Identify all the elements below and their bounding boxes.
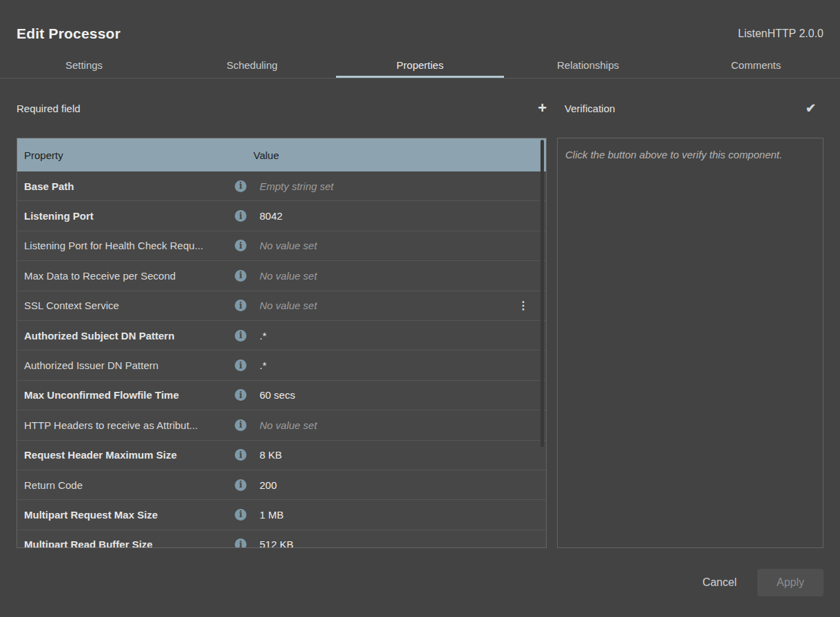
info-icon[interactable]: i (235, 449, 246, 461)
property-value[interactable]: 512 KB (260, 538, 546, 548)
apply-button[interactable]: Apply (757, 569, 823, 596)
tab-relationships[interactable]: Relationships (504, 52, 672, 78)
property-value[interactable]: No value set (260, 270, 546, 282)
plus-icon: + (538, 99, 547, 116)
properties-table-body: Base PathiEmpty string setListening Port… (17, 171, 546, 548)
property-value[interactable]: 1 MB (260, 509, 546, 521)
dialog-content: Required field + Property Value Base Pat… (0, 79, 840, 548)
required-field-label: Required field (17, 103, 81, 114)
edit-processor-dialog: Edit Processor ListenHTTP 2.0.0 Settings… (0, 0, 840, 617)
dialog-footer: Cancel Apply (0, 548, 840, 617)
check-icon: ✔ (806, 101, 816, 115)
tab-bar: SettingsSchedulingPropertiesRelationship… (0, 52, 840, 79)
table-row[interactable]: Max Unconfirmed Flowfile Timei60 secs (17, 381, 546, 410)
property-value[interactable]: No value set (260, 300, 517, 311)
table-row[interactable]: Request Header Maximum Sizei8 KB (17, 441, 546, 470)
dialog-header: Edit Processor ListenHTTP 2.0.0 (0, 0, 840, 52)
info-icon[interactable]: i (235, 359, 246, 371)
tab-scheduling[interactable]: Scheduling (168, 52, 336, 78)
table-row[interactable]: Return Codei200 (17, 470, 546, 500)
info-icon[interactable]: i (235, 270, 246, 282)
table-row[interactable]: Listening Porti8042 (17, 201, 546, 231)
property-name: SSL Context Service (17, 300, 235, 311)
properties-section-header: Required field + (17, 79, 547, 138)
table-row[interactable]: Multipart Read Buffer Sizei512 KB (17, 530, 546, 548)
property-name: Base Path (17, 180, 235, 192)
info-icon[interactable]: i (235, 389, 246, 401)
property-name: Max Unconfirmed Flowfile Time (17, 389, 235, 401)
info-icon[interactable]: i (235, 240, 246, 251)
property-value[interactable]: 200 (260, 479, 546, 491)
table-row[interactable]: Authorized Subject DN Patterni.* (17, 321, 546, 351)
dialog-title: Edit Processor (17, 25, 120, 42)
property-value[interactable]: Empty string set (260, 180, 546, 192)
info-icon[interactable]: i (235, 538, 246, 548)
info-icon[interactable]: i (235, 300, 246, 311)
column-header-value: Value (253, 149, 546, 161)
property-name: Multipart Read Buffer Size (17, 538, 235, 548)
info-icon[interactable]: i (235, 419, 246, 431)
verification-section: Verification ✔ Click the button above to… (557, 79, 823, 548)
property-value[interactable]: No value set (260, 240, 546, 251)
table-row[interactable]: HTTP Headers to receive as Attribut...iN… (17, 410, 546, 440)
verification-section-header: Verification ✔ (557, 79, 823, 138)
properties-table: Property Value Base PathiEmpty string se… (17, 138, 547, 548)
info-icon[interactable]: i (235, 180, 246, 192)
tab-properties[interactable]: Properties (336, 52, 504, 78)
property-value[interactable]: 8 KB (260, 449, 546, 461)
table-row[interactable]: Listening Port for Health Check Requ...i… (17, 231, 546, 261)
tab-settings[interactable]: Settings (0, 52, 168, 78)
processor-version: ListenHTTP 2.0.0 (738, 28, 823, 40)
property-name: Authorized Issuer DN Pattern (17, 359, 235, 371)
more-vertical-icon[interactable]: ⋮ (517, 299, 529, 312)
info-icon[interactable]: i (235, 210, 246, 222)
property-name: Request Header Maximum Size (17, 449, 235, 461)
verification-label: Verification (565, 103, 615, 114)
property-name: Max Data to Receive per Second (17, 270, 235, 282)
table-row[interactable]: Authorized Issuer DN Patterni.* (17, 351, 546, 380)
column-header-property: Property (17, 149, 253, 161)
property-name: Listening Port (17, 210, 235, 222)
tab-comments[interactable]: Comments (672, 52, 840, 78)
verify-button[interactable]: ✔ (806, 102, 816, 114)
table-row[interactable]: Base PathiEmpty string set (17, 171, 546, 201)
property-name: Multipart Request Max Size (17, 509, 235, 521)
property-name: Listening Port for Health Check Requ... (17, 240, 235, 251)
info-icon[interactable]: i (235, 330, 246, 342)
info-icon[interactable]: i (235, 509, 246, 521)
property-value[interactable]: 60 secs (260, 389, 546, 401)
table-row[interactable]: Multipart Request Max Sizei1 MB (17, 500, 546, 530)
table-scrollbar-thumb[interactable] (540, 140, 544, 447)
properties-table-header: Property Value (17, 138, 546, 171)
properties-section: Required field + Property Value Base Pat… (17, 79, 547, 548)
property-value[interactable]: No value set (260, 419, 546, 431)
table-row[interactable]: Max Data to Receive per SecondiNo value … (17, 261, 546, 291)
verification-panel: Click the button above to verify this co… (557, 138, 823, 548)
info-icon[interactable]: i (235, 479, 246, 491)
add-property-button[interactable]: + (538, 101, 547, 116)
cancel-button[interactable]: Cancel (698, 576, 741, 589)
property-value[interactable]: 8042 (260, 210, 546, 222)
property-value[interactable]: .* (260, 359, 546, 371)
verification-message: Click the button above to verify this co… (565, 149, 782, 160)
table-row[interactable]: SSL Context ServiceiNo value set⋮ (17, 291, 546, 321)
property-name: HTTP Headers to receive as Attribut... (17, 419, 235, 431)
property-name: Return Code (17, 479, 235, 491)
property-name: Authorized Subject DN Pattern (17, 330, 235, 342)
property-value[interactable]: .* (260, 330, 546, 342)
